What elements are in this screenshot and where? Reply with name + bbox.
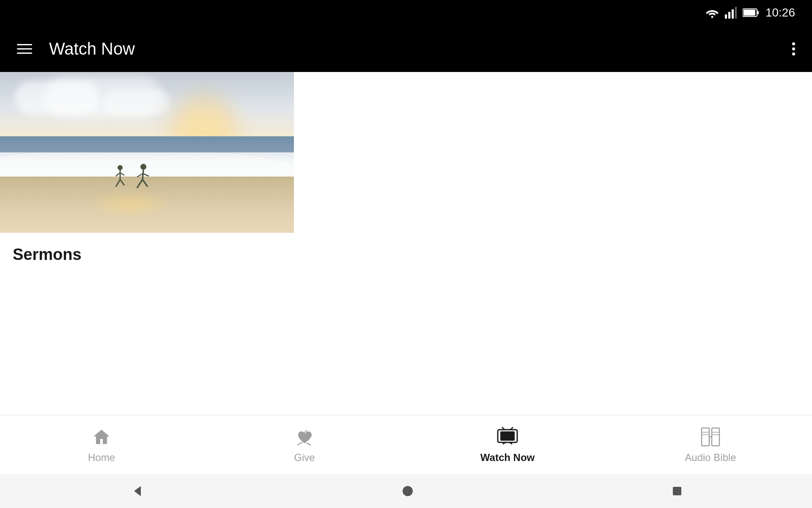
back-button[interactable] bbox=[129, 483, 144, 499]
home-icon bbox=[91, 426, 112, 447]
svg-rect-1 bbox=[725, 14, 727, 19]
app-bar: Watch Now bbox=[0, 25, 812, 72]
hero-image[interactable] bbox=[0, 72, 294, 233]
wifi-icon bbox=[705, 8, 719, 18]
main-content: Sermons bbox=[0, 72, 812, 415]
cloud-3 bbox=[103, 90, 170, 115]
nav-item-audio-bible[interactable]: Audio Bible bbox=[609, 426, 812, 464]
audio-bible-label: Audio Bible bbox=[685, 452, 736, 464]
svg-rect-26 bbox=[702, 428, 709, 446]
svg-rect-35 bbox=[673, 487, 681, 495]
page-title: Watch Now bbox=[49, 39, 775, 58]
status-time: 10:26 bbox=[765, 6, 795, 19]
recent-apps-button[interactable] bbox=[671, 485, 683, 497]
svg-point-34 bbox=[403, 486, 413, 496]
svg-line-17 bbox=[143, 174, 149, 176]
svg-rect-6 bbox=[757, 11, 759, 14]
svg-line-19 bbox=[143, 179, 148, 187]
signal-icon bbox=[725, 7, 737, 19]
svg-rect-27 bbox=[712, 428, 719, 446]
svg-marker-33 bbox=[134, 486, 141, 496]
sermons-label: Sermons bbox=[13, 246, 82, 263]
give-label: Give bbox=[294, 452, 315, 464]
svg-line-15 bbox=[143, 170, 143, 179]
beach-figures bbox=[112, 163, 162, 197]
tv-icon bbox=[496, 426, 519, 447]
svg-rect-21 bbox=[500, 431, 515, 441]
status-icons: 10:26 bbox=[705, 6, 795, 19]
status-bar: 10:26 bbox=[0, 0, 812, 25]
audio-bible-icon bbox=[700, 426, 721, 447]
home-button[interactable] bbox=[402, 485, 414, 497]
svg-rect-7 bbox=[743, 10, 755, 16]
home-label: Home bbox=[88, 452, 115, 464]
nav-item-watch-now[interactable]: Watch Now bbox=[406, 426, 609, 464]
svg-line-18 bbox=[137, 179, 143, 188]
menu-button[interactable] bbox=[17, 44, 32, 54]
nav-item-give[interactable]: Give bbox=[203, 426, 406, 464]
svg-rect-4 bbox=[735, 7, 737, 19]
android-nav-bar bbox=[0, 474, 812, 508]
svg-point-8 bbox=[118, 165, 123, 170]
svg-point-14 bbox=[140, 164, 146, 170]
svg-point-0 bbox=[711, 16, 713, 18]
battery-icon bbox=[743, 8, 760, 17]
bottom-nav: Home Give Watch Now bbox=[0, 415, 812, 474]
more-options-button[interactable] bbox=[792, 42, 795, 55]
svg-line-13 bbox=[120, 179, 124, 185]
give-icon bbox=[294, 426, 315, 447]
svg-line-12 bbox=[116, 179, 120, 187]
svg-rect-2 bbox=[728, 12, 730, 19]
watch-now-label: Watch Now bbox=[480, 452, 535, 464]
nav-item-home[interactable]: Home bbox=[0, 426, 203, 464]
sermons-section: Sermons bbox=[0, 233, 812, 272]
svg-rect-3 bbox=[732, 9, 734, 19]
beach-scene bbox=[0, 72, 294, 233]
